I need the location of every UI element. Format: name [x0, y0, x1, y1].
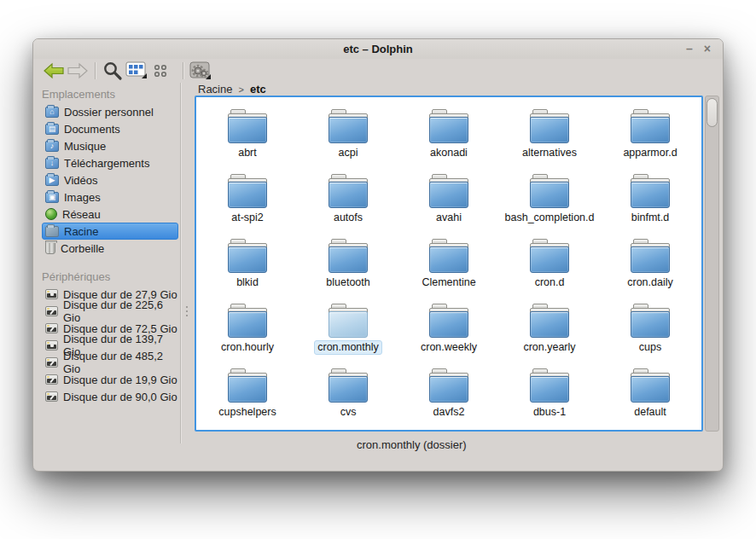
folder-item[interactable]: cron.monthly — [298, 300, 398, 365]
folder-item[interactable]: akonadi — [398, 106, 499, 171]
minimize-button[interactable]: – — [686, 42, 693, 55]
places-panel: Emplacements ⌂ Dossier personnel ▤ Docum… — [33, 83, 181, 443]
folder-item[interactable]: cron.d — [499, 235, 600, 300]
folder-view[interactable]: abrt acpi akonadi alternatives apparmor.… — [195, 96, 703, 432]
folder-item[interactable]: cups — [600, 300, 701, 365]
sidebar-place-item[interactable]: ▣ Images — [42, 188, 178, 206]
folder-label: cron.monthly — [314, 340, 382, 355]
hard-disk-icon — [45, 391, 58, 402]
toolbar-separator — [183, 62, 183, 79]
folder-icon — [530, 304, 569, 338]
root-folder-icon — [45, 226, 59, 237]
close-button[interactable]: × — [704, 42, 711, 55]
folder-item[interactable]: alternatives — [499, 106, 600, 171]
scrollbar-thumb[interactable] — [707, 98, 718, 127]
sidebar-device-label: Disque dur de 19,9 Gio — [63, 374, 177, 386]
back-arrow-icon — [43, 62, 65, 79]
sidebar-place-item[interactable]: ♪ Musique — [42, 137, 178, 154]
sidebar-place-item[interactable]: ⌂ Dossier personnel — [42, 103, 178, 120]
splitter-handle-icon — [186, 306, 188, 316]
downloads-folder-icon: ↓ — [45, 158, 59, 169]
forward-button[interactable] — [66, 60, 90, 82]
compact-view-button[interactable] — [148, 60, 172, 82]
folder-icon — [429, 109, 468, 143]
folder-icon — [530, 109, 569, 143]
folder-item[interactable]: autofs — [298, 171, 398, 235]
folder-item[interactable]: cvs — [298, 365, 398, 430]
folder-icon — [631, 304, 670, 338]
folder-icon — [228, 174, 267, 208]
sidebar-device-item[interactable]: Disque dur de 225,6 Gio — [42, 303, 178, 320]
settings-button[interactable] — [189, 60, 212, 82]
folder-label: cupshelpers — [215, 405, 279, 420]
folder-item[interactable]: abrt — [197, 106, 298, 171]
sidebar-place-item[interactable]: Corbeille — [42, 240, 178, 257]
folder-item[interactable]: cupshelpers — [197, 365, 298, 430]
sidebar-device-item[interactable]: Disque dur de 90,0 Gio — [42, 388, 178, 405]
panel-splitter[interactable] — [181, 83, 195, 443]
folder-icon — [329, 239, 368, 273]
folder-label: alternatives — [519, 146, 580, 160]
sidebar-place-label: Racine — [64, 225, 98, 238]
sidebar-place-item[interactable]: ↓ Téléchargements — [42, 154, 178, 171]
places-header: Emplacements — [42, 86, 180, 103]
folder-item[interactable]: cron.hourly — [197, 300, 298, 365]
folder-item[interactable]: dbus-1 — [499, 365, 600, 430]
folder-label: autofs — [330, 211, 366, 225]
folder-item[interactable]: default — [600, 365, 701, 430]
sidebar-place-item[interactable]: Réseau — [42, 206, 178, 223]
folder-item[interactable]: binfmt.d — [600, 171, 701, 235]
sidebar-place-item[interactable]: ▤ Documents — [42, 120, 178, 137]
folder-label: avahi — [433, 211, 465, 225]
folder-icon — [228, 239, 267, 273]
vertical-scrollbar[interactable] — [705, 96, 719, 432]
sidebar-place-label: Documents — [64, 123, 120, 136]
icon-view-button[interactable] — [125, 60, 148, 82]
folder-item[interactable]: cron.yearly — [499, 300, 600, 365]
folder-item[interactable]: Clementine — [398, 235, 499, 300]
network-globe-icon — [45, 208, 57, 220]
folder-item[interactable]: cron.weekly — [398, 300, 499, 365]
folder-label: cron.hourly — [218, 340, 277, 355]
hard-disk-icon — [45, 306, 58, 316]
title-bar[interactable]: etc – Dolphin – × — [33, 39, 723, 59]
folder-item[interactable]: cron.daily — [600, 235, 701, 300]
breadcrumb-root[interactable]: Racine — [198, 83, 232, 96]
folder-item[interactable]: avahi — [398, 171, 499, 235]
folder-label: dbus-1 — [530, 405, 569, 420]
folder-icon — [530, 174, 569, 208]
search-button[interactable] — [101, 60, 125, 82]
folder-label: default — [631, 405, 670, 420]
sidebar-device-label: Disque dur de 485,2 Gio — [63, 350, 177, 375]
hard-disk-icon — [45, 289, 58, 299]
devices-header: Périphériques — [42, 269, 180, 286]
folder-item[interactable]: blkid — [197, 235, 298, 300]
hard-disk-icon — [45, 340, 58, 351]
breadcrumb-current[interactable]: etc — [250, 83, 266, 96]
sidebar-place-item[interactable]: ▶ Vidéos — [42, 171, 178, 188]
status-bar: cron.monthly (dossier) — [195, 432, 719, 459]
folder-item[interactable]: bash_completion.d — [499, 171, 600, 235]
breadcrumb: Racine > etc — [195, 83, 719, 96]
sidebar-place-label: Réseau — [62, 208, 101, 221]
sidebar-device-item[interactable]: Disque dur de 485,2 Gio — [42, 354, 178, 371]
folder-icon — [329, 368, 368, 403]
folder-item[interactable]: davfs2 — [398, 365, 499, 430]
back-button[interactable] — [42, 60, 66, 82]
sidebar-device-item[interactable]: Disque dur de 19,9 Gio — [42, 371, 178, 388]
dolphin-window: etc – Dolphin – × — [32, 38, 724, 472]
folder-item[interactable]: bluetooth — [298, 235, 398, 300]
folder-item[interactable]: at-spi2 — [197, 171, 298, 235]
breadcrumb-separator-icon: > — [238, 84, 243, 95]
folder-label: akonadi — [427, 146, 471, 160]
folder-icon — [228, 368, 267, 403]
folder-icon — [530, 239, 569, 273]
folder-item[interactable]: apparmor.d — [600, 106, 701, 171]
folder-label: davfs2 — [430, 405, 468, 420]
folder-label: abrt — [235, 146, 260, 160]
sidebar-place-label: Dossier personnel — [64, 106, 154, 119]
folder-label: Clementine — [418, 275, 479, 290]
sidebar-place-item[interactable]: Racine — [42, 223, 178, 240]
folder-label: cron.yearly — [520, 340, 579, 355]
folder-item[interactable]: acpi — [298, 106, 398, 171]
